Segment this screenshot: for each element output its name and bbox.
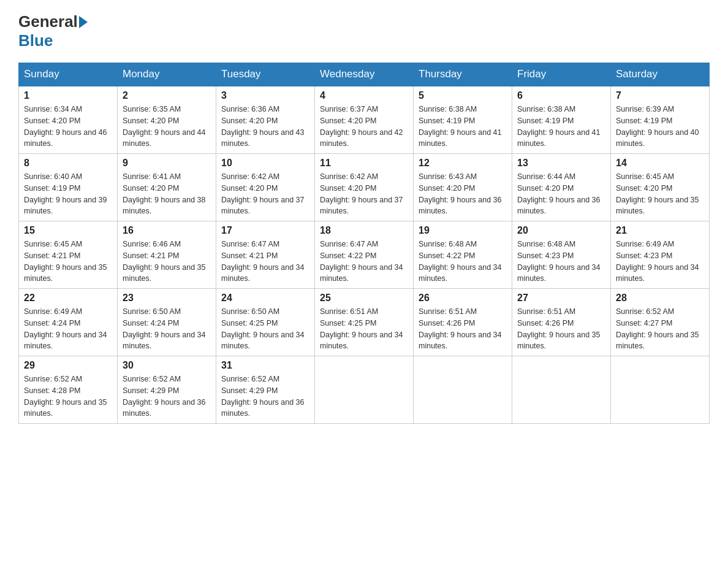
day-cell-8: 8Sunrise: 6:40 AMSunset: 4:19 PMDaylight… [19,154,118,221]
day-cell-13: 13Sunrise: 6:44 AMSunset: 4:20 PMDayligh… [512,154,611,221]
week-row-3: 15Sunrise: 6:45 AMSunset: 4:21 PMDayligh… [19,221,710,289]
day-cell-21: 21Sunrise: 6:49 AMSunset: 4:23 PMDayligh… [611,221,710,289]
day-info: Sunrise: 6:45 AMSunset: 4:21 PMDaylight:… [24,239,112,285]
day-info: Sunrise: 6:48 AMSunset: 4:22 PMDaylight:… [419,239,507,285]
day-number: 1 [24,90,112,101]
day-number: 24 [221,293,309,304]
day-info: Sunrise: 6:38 AMSunset: 4:19 PMDaylight:… [419,104,507,150]
day-info: Sunrise: 6:42 AMSunset: 4:20 PMDaylight:… [320,171,408,217]
day-number: 17 [221,225,309,236]
day-info: Sunrise: 6:50 AMSunset: 4:25 PMDaylight:… [221,306,309,352]
day-cell-9: 9Sunrise: 6:41 AMSunset: 4:20 PMDaylight… [118,154,216,221]
day-info: Sunrise: 6:44 AMSunset: 4:20 PMDaylight:… [517,171,605,217]
logo-blue-text: Blue [18,31,53,50]
col-header-tuesday: Tuesday [216,63,315,86]
day-info: Sunrise: 6:52 AMSunset: 4:29 PMDaylight:… [221,373,309,419]
day-number: 9 [123,158,211,169]
day-info: Sunrise: 6:51 AMSunset: 4:26 PMDaylight:… [517,306,605,352]
col-header-wednesday: Wednesday [315,63,414,86]
day-info: Sunrise: 6:40 AMSunset: 4:19 PMDaylight:… [24,171,112,217]
empty-cell [512,356,611,424]
day-cell-16: 16Sunrise: 6:46 AMSunset: 4:21 PMDayligh… [118,221,216,289]
week-row-5: 29Sunrise: 6:52 AMSunset: 4:28 PMDayligh… [19,356,710,424]
day-info: Sunrise: 6:42 AMSunset: 4:20 PMDaylight:… [221,171,309,217]
col-header-thursday: Thursday [414,63,512,86]
page-header: General Blue [18,12,710,50]
day-cell-2: 2Sunrise: 6:35 AMSunset: 4:20 PMDaylight… [118,86,216,154]
day-number: 2 [123,90,211,101]
day-info: Sunrise: 6:52 AMSunset: 4:27 PMDaylight:… [616,306,704,352]
day-cell-31: 31Sunrise: 6:52 AMSunset: 4:29 PMDayligh… [216,356,315,424]
day-info: Sunrise: 6:45 AMSunset: 4:20 PMDaylight:… [616,171,704,217]
day-info: Sunrise: 6:37 AMSunset: 4:20 PMDaylight:… [320,104,408,150]
day-cell-12: 12Sunrise: 6:43 AMSunset: 4:20 PMDayligh… [414,154,512,221]
day-number: 7 [616,90,704,101]
day-number: 3 [221,90,309,101]
day-info: Sunrise: 6:39 AMSunset: 4:19 PMDaylight:… [616,104,704,150]
day-cell-7: 7Sunrise: 6:39 AMSunset: 4:19 PMDaylight… [611,86,710,154]
day-info: Sunrise: 6:49 AMSunset: 4:24 PMDaylight:… [24,306,112,352]
day-cell-30: 30Sunrise: 6:52 AMSunset: 4:29 PMDayligh… [118,356,216,424]
day-number: 6 [517,90,605,101]
day-cell-18: 18Sunrise: 6:47 AMSunset: 4:22 PMDayligh… [315,221,414,289]
day-number: 19 [419,225,507,236]
empty-cell [611,356,710,424]
day-number: 30 [123,360,211,371]
day-info: Sunrise: 6:48 AMSunset: 4:23 PMDaylight:… [517,239,605,285]
day-cell-17: 17Sunrise: 6:47 AMSunset: 4:21 PMDayligh… [216,221,315,289]
day-cell-3: 3Sunrise: 6:36 AMSunset: 4:20 PMDaylight… [216,86,315,154]
day-cell-25: 25Sunrise: 6:51 AMSunset: 4:25 PMDayligh… [315,289,414,356]
col-header-friday: Friday [512,63,611,86]
day-info: Sunrise: 6:43 AMSunset: 4:20 PMDaylight:… [419,171,507,217]
day-info: Sunrise: 6:50 AMSunset: 4:24 PMDaylight:… [123,306,211,352]
day-cell-19: 19Sunrise: 6:48 AMSunset: 4:22 PMDayligh… [414,221,512,289]
day-info: Sunrise: 6:51 AMSunset: 4:26 PMDaylight:… [419,306,507,352]
day-number: 22 [24,293,112,304]
day-number: 21 [616,225,704,236]
day-number: 16 [123,225,211,236]
day-number: 4 [320,90,408,101]
day-cell-1: 1Sunrise: 6:34 AMSunset: 4:20 PMDaylight… [19,86,118,154]
day-cell-10: 10Sunrise: 6:42 AMSunset: 4:20 PMDayligh… [216,154,315,221]
day-info: Sunrise: 6:34 AMSunset: 4:20 PMDaylight:… [24,104,112,150]
day-info: Sunrise: 6:52 AMSunset: 4:28 PMDaylight:… [24,373,112,419]
calendar-table: SundayMondayTuesdayWednesdayThursdayFrid… [18,63,710,424]
day-number: 18 [320,225,408,236]
col-header-sunday: Sunday [19,63,118,86]
week-row-4: 22Sunrise: 6:49 AMSunset: 4:24 PMDayligh… [19,289,710,356]
week-row-2: 8Sunrise: 6:40 AMSunset: 4:19 PMDaylight… [19,154,710,221]
day-number: 26 [419,293,507,304]
day-cell-20: 20Sunrise: 6:48 AMSunset: 4:23 PMDayligh… [512,221,611,289]
col-header-monday: Monday [118,63,216,86]
day-number: 11 [320,158,408,169]
day-number: 23 [123,293,211,304]
day-number: 27 [517,293,605,304]
header-row: SundayMondayTuesdayWednesdayThursdayFrid… [19,63,710,86]
day-cell-6: 6Sunrise: 6:38 AMSunset: 4:19 PMDaylight… [512,86,611,154]
day-info: Sunrise: 6:52 AMSunset: 4:29 PMDaylight:… [123,373,211,419]
day-cell-5: 5Sunrise: 6:38 AMSunset: 4:19 PMDaylight… [414,86,512,154]
day-info: Sunrise: 6:49 AMSunset: 4:23 PMDaylight:… [616,239,704,285]
week-row-1: 1Sunrise: 6:34 AMSunset: 4:20 PMDaylight… [19,86,710,154]
day-cell-27: 27Sunrise: 6:51 AMSunset: 4:26 PMDayligh… [512,289,611,356]
day-cell-28: 28Sunrise: 6:52 AMSunset: 4:27 PMDayligh… [611,289,710,356]
day-cell-4: 4Sunrise: 6:37 AMSunset: 4:20 PMDaylight… [315,86,414,154]
day-number: 10 [221,158,309,169]
day-cell-14: 14Sunrise: 6:45 AMSunset: 4:20 PMDayligh… [611,154,710,221]
empty-cell [414,356,512,424]
day-cell-22: 22Sunrise: 6:49 AMSunset: 4:24 PMDayligh… [19,289,118,356]
day-number: 14 [616,158,704,169]
day-info: Sunrise: 6:35 AMSunset: 4:20 PMDaylight:… [123,104,211,150]
empty-cell [315,356,414,424]
col-header-saturday: Saturday [611,63,710,86]
day-info: Sunrise: 6:47 AMSunset: 4:22 PMDaylight:… [320,239,408,285]
day-number: 15 [24,225,112,236]
day-info: Sunrise: 6:36 AMSunset: 4:20 PMDaylight:… [221,104,309,150]
day-cell-15: 15Sunrise: 6:45 AMSunset: 4:21 PMDayligh… [19,221,118,289]
day-info: Sunrise: 6:51 AMSunset: 4:25 PMDaylight:… [320,306,408,352]
day-number: 13 [517,158,605,169]
day-cell-26: 26Sunrise: 6:51 AMSunset: 4:26 PMDayligh… [414,289,512,356]
day-info: Sunrise: 6:47 AMSunset: 4:21 PMDaylight:… [221,239,309,285]
day-number: 29 [24,360,112,371]
logo-arrow-icon [79,16,88,28]
